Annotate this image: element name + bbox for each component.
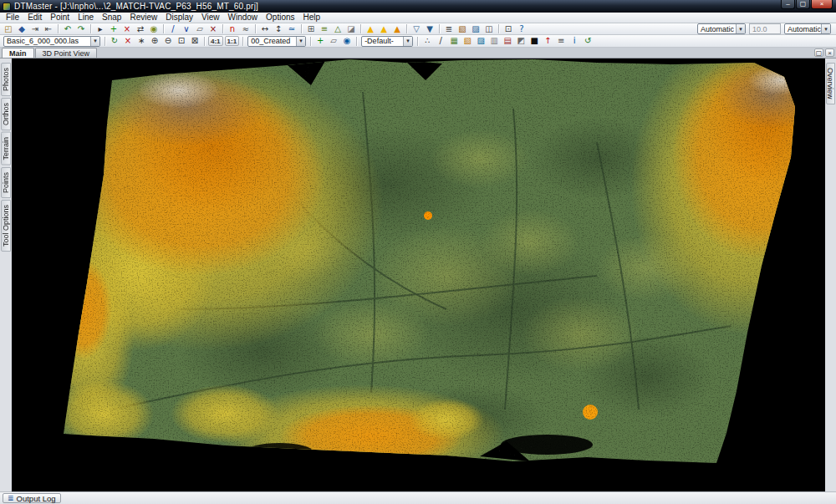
export-button[interactable]: ⇤	[42, 23, 55, 34]
draw-line-button[interactable]: /	[166, 23, 180, 34]
edit-line-button[interactable]: ▱	[193, 23, 206, 34]
panel-tab-tool-options[interactable]: Tool Options	[1, 200, 11, 252]
import-button[interactable]: ⇥	[28, 23, 42, 34]
toolbar-separator	[222, 24, 223, 33]
smooth-button[interactable]: ≈	[239, 23, 252, 34]
color-by-elevation-button[interactable]: ▧	[461, 36, 474, 47]
filter-button[interactable]: ▽	[410, 23, 423, 34]
hillshade-button[interactable]: ◪	[344, 23, 358, 34]
background-color-button[interactable]: ■	[528, 36, 541, 47]
active-file-combo[interactable]: Basic_6_000_000.las▾	[3, 36, 100, 47]
panel-tab-overview[interactable]: Overview	[826, 63, 835, 104]
display-surface-button[interactable]: ▦	[447, 36, 461, 47]
undo-button[interactable]: ↶	[61, 23, 74, 34]
close-view-button[interactable]: ×	[825, 48, 834, 57]
contours-button[interactable]: ≡	[318, 23, 331, 34]
menu-display[interactable]: Display	[161, 13, 197, 23]
menu-line[interactable]: Line	[74, 13, 98, 23]
zoom-fit-icon: ⊠	[191, 37, 198, 45]
tab-3d-point-view[interactable]: 3D Point View	[35, 48, 97, 58]
zoom-in-button[interactable]: ⊕	[148, 36, 161, 47]
draw-polyline-button[interactable]: ∨	[180, 23, 193, 34]
morphological-filter-button[interactable]: ▼	[423, 23, 436, 34]
move-point-button[interactable]: ⇄	[134, 23, 147, 34]
shading-button[interactable]: ◩	[514, 36, 528, 47]
profile-icon: ≃	[288, 25, 295, 33]
zoom-1-1-button[interactable]: 1:1	[225, 36, 240, 46]
view-tab-bar: Main3D Point View▢×	[0, 48, 836, 59]
new-layer-button[interactable]: +	[314, 36, 327, 47]
zoom-fit-button[interactable]: ⊠	[188, 36, 201, 47]
classify-point-button[interactable]: ◉	[147, 23, 161, 34]
redo-button[interactable]: ↷	[74, 23, 88, 34]
zoom-window-button[interactable]: ⊡	[175, 36, 188, 47]
view-info-button[interactable]: i	[568, 36, 581, 47]
float-view-button[interactable]: ▢	[814, 48, 823, 57]
layer-visibility-button[interactable]: ◉	[340, 36, 354, 47]
measure-height-button[interactable]: ↕	[272, 23, 285, 34]
dropdown-arrow-icon: ▾	[821, 24, 830, 33]
output-log-button[interactable]: ≣ Output Log	[3, 493, 61, 503]
panel-tab-terrain[interactable]: Terrain	[1, 132, 11, 165]
menu-review[interactable]: Review	[125, 13, 161, 23]
zoom-out-button[interactable]: ⊖	[161, 36, 175, 47]
display-lines-button[interactable]: /	[434, 36, 447, 47]
pan-button[interactable]: ∗	[135, 36, 148, 47]
menu-point[interactable]: Point	[46, 13, 74, 23]
export-icon: ⇤	[45, 25, 52, 33]
maximize-button[interactable]: ▢	[796, 0, 810, 9]
save-button[interactable]: ◆	[15, 23, 28, 34]
check-warnings-button[interactable]: ▲	[390, 23, 404, 34]
panel-tab-points[interactable]: Points	[1, 167, 11, 198]
grid-button[interactable]: ⊞	[304, 23, 318, 34]
menu-options[interactable]: Options	[262, 13, 298, 23]
edit-layer-button[interactable]: ▱	[327, 36, 340, 47]
interpolation-mode-combo[interactable]: Automatic▾	[784, 23, 831, 34]
close-button[interactable]: ×	[811, 0, 833, 9]
close-file-button[interactable]: ×	[121, 36, 135, 47]
menu-window[interactable]: Window	[224, 13, 263, 23]
minimize-button[interactable]: –	[781, 0, 795, 9]
tin-button[interactable]: △	[331, 23, 344, 34]
zoom-4-1-button[interactable]: 4:1	[208, 36, 223, 46]
color-by-intensity-button[interactable]: ▥	[487, 36, 501, 47]
interpolate-button[interactable]: n	[226, 23, 239, 34]
measure-distance-button[interactable]: ↔	[258, 23, 272, 34]
refresh-view-button[interactable]: ↺	[581, 36, 594, 47]
display-points-button[interactable]: ∴	[421, 36, 434, 47]
stereo-view-button[interactable]: ◫	[482, 23, 496, 34]
texture-button[interactable]: ▨	[469, 23, 482, 34]
menu-view[interactable]: View	[197, 13, 224, 23]
menu-help[interactable]: Help	[299, 13, 325, 23]
panel-tab-photos[interactable]: Photos	[1, 63, 11, 96]
north-arrow-button[interactable]: ↑	[541, 36, 554, 47]
menu-snap[interactable]: Snap	[98, 13, 125, 23]
delete-point-button[interactable]: ×	[120, 23, 134, 34]
check-points-button[interactable]: ▲	[364, 23, 377, 34]
layer-combo[interactable]: 00_Created▾	[247, 36, 306, 47]
tab-main[interactable]: Main	[2, 48, 34, 58]
panel-tab-orthos[interactable]: Orthos	[1, 98, 11, 130]
titlebar[interactable]: DTMaster - [J:\Inpho\...\2_MATCH-TVAC_P6…	[0, 0, 836, 13]
show-ruler-button[interactable]: ≡	[554, 36, 568, 47]
profile-button[interactable]: ≃	[285, 23, 298, 34]
help-button[interactable]: ?	[515, 23, 528, 34]
menu-file[interactable]: File	[2, 13, 23, 23]
delete-line-button[interactable]: ×	[206, 23, 220, 34]
check-lines-button[interactable]: ▲	[377, 23, 390, 34]
open-project-button[interactable]: ◰	[2, 23, 15, 34]
menu-edit[interactable]: Edit	[23, 13, 46, 23]
color-by-class-button[interactable]: ▨	[474, 36, 487, 47]
point-cloud-viewport[interactable]	[12, 59, 825, 491]
snap-tolerance-input[interactable]	[749, 23, 781, 34]
reload-file-button[interactable]: ↻	[108, 36, 121, 47]
layers-button[interactable]: ≣	[442, 23, 456, 34]
select-tool-button[interactable]: ▸	[94, 23, 107, 34]
add-point-button[interactable]: +	[107, 23, 120, 34]
color-rgb-button[interactable]: ▤	[501, 36, 514, 47]
snapshot-button[interactable]: ⊡	[502, 23, 515, 34]
display-style-combo[interactable]: -Default-▾	[361, 36, 413, 47]
texture-icon: ▨	[472, 25, 479, 33]
snap-mode-combo[interactable]: Automatic▾	[697, 23, 746, 34]
color-table-button[interactable]: ▧	[456, 23, 469, 34]
